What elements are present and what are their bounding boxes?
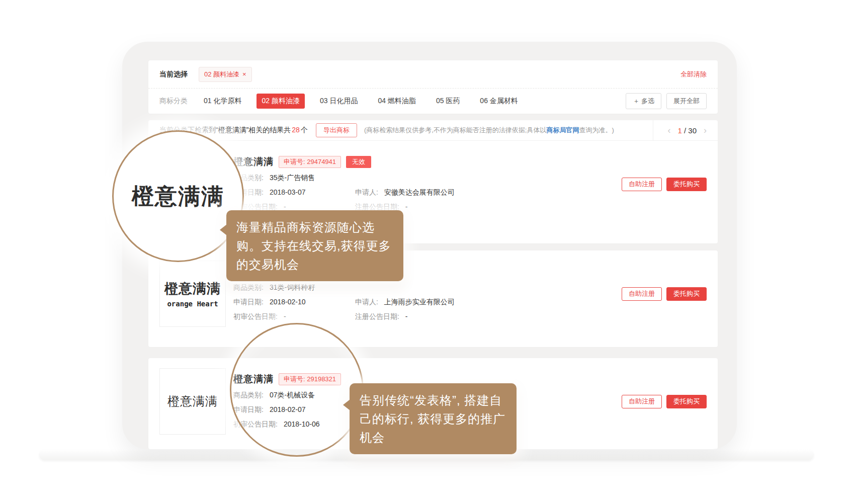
summary-suffix: 个 xyxy=(301,126,308,134)
category-label: 商标分类 xyxy=(159,97,188,106)
row-actions: 自助注册 委托购买 xyxy=(622,178,707,191)
filter-panel: 当前选择 02 颜料油漆 × 全部清除 商标分类 01 化学原料 02 颜料油漆… xyxy=(148,60,718,114)
page: 当前选择 02 颜料油漆 × 全部清除 商标分类 01 化学原料 02 颜料油漆… xyxy=(0,0,853,504)
apply-date-label: 申请日期: xyxy=(233,298,264,306)
current-selection-row: 当前选择 02 颜料油漆 × 全部清除 xyxy=(148,60,718,88)
reg-pub-label: 注册公告日期: xyxy=(355,312,399,320)
selected-filter-chip-label: 02 颜料油漆 xyxy=(204,70,239,79)
first-pub-value: - xyxy=(284,312,286,320)
first-pub-value: - xyxy=(284,203,286,211)
magnifier-lens-icon: 橙意满满 xyxy=(112,130,244,262)
magnified-trademark-text: 橙意满满 xyxy=(132,182,224,211)
status-badge: 无效 xyxy=(346,156,371,168)
apply-date-value: 2018-02-10 xyxy=(270,298,306,306)
entrust-buy-button[interactable]: 委托购买 xyxy=(666,178,707,191)
export-trademark-button[interactable]: 导出商标 xyxy=(316,123,357,137)
applicant-label: 申请人: xyxy=(355,298,378,306)
page-separator: / xyxy=(684,126,686,135)
trademark-office-link[interactable]: 商标局官网 xyxy=(546,126,579,134)
trademark-image-text: 橙意满满 xyxy=(164,280,221,298)
category-item-06[interactable]: 06 金属材料 xyxy=(475,94,523,109)
self-register-button[interactable]: 自助注册 xyxy=(622,178,662,191)
reg-pub-value: - xyxy=(405,312,408,320)
disclaimer-post: 查询为准。) xyxy=(579,126,614,134)
disclaimer-text: (商标检索结果仅供参考,不作为商标能否注册的法律依据;具体以商标局官网查询为准。… xyxy=(364,126,653,135)
clear-all-button[interactable]: 全部清除 xyxy=(680,70,707,79)
category-field-value: 31类-饲料种籽 xyxy=(270,283,315,291)
category-field-value: 35类-广告销售 xyxy=(270,174,315,182)
next-page-icon[interactable]: › xyxy=(702,125,709,136)
trademark-details: 橙意满满 申请号: 29474941 无效 商品类别:35类-广告销售 申请日期… xyxy=(233,151,475,217)
current-selection-label: 当前选择 xyxy=(159,70,188,79)
selected-filter-chip[interactable]: 02 颜料油漆 × xyxy=(199,67,252,82)
trademark-name: 橙意满满 xyxy=(233,155,274,169)
entrust-buy-button[interactable]: 委托购买 xyxy=(666,395,707,408)
category-item-02-active[interactable]: 02 颜料油漆 xyxy=(257,94,304,109)
disclaimer-pre: (商标检索结果仅供参考,不作为商标能否注册的法律依据;具体以 xyxy=(364,126,547,134)
apply-date-value: 2018-03-07 xyxy=(270,188,306,196)
pagination: ‹ 1 / 30 › xyxy=(653,120,718,140)
expand-all-button[interactable]: 展开全部 xyxy=(666,93,707,109)
self-register-button[interactable]: 自助注册 xyxy=(622,395,662,408)
trademark-image: 橙意满满 orange Heart xyxy=(159,261,226,327)
application-number-tag: 申请号: 29474941 xyxy=(279,156,341,168)
trademark-image-text: 橙意满满 xyxy=(167,393,218,409)
row-actions: 自助注册 委托购买 xyxy=(622,395,707,408)
tooltip-trademark-resources: 海量精品商标资源随心选购。支持在线交易,获得更多的交易机会 xyxy=(226,210,403,281)
category-item-03[interactable]: 03 日化用品 xyxy=(315,94,363,109)
category-field-label: 商品类别: xyxy=(233,283,264,291)
total-pages: 30 xyxy=(688,126,697,135)
results-header: 当前分类下检索到“橙意满满”相关的结果共28个 导出商标 (商标检索结果仅供参考… xyxy=(148,120,718,141)
first-pub-label: 初审公告日期: xyxy=(233,312,278,320)
filter-buttons: ＋ 多选 展开全部 xyxy=(626,93,707,109)
self-register-button[interactable]: 自助注册 xyxy=(622,287,662,301)
category-item-04[interactable]: 04 燃料油脂 xyxy=(373,94,420,109)
category-item-05[interactable]: 05 医药 xyxy=(431,94,465,109)
trademark-image-subtext: orange Heart xyxy=(167,300,218,308)
entrust-buy-button[interactable]: 委托购买 xyxy=(666,287,707,301)
multi-select-button[interactable]: ＋ 多选 xyxy=(626,93,661,109)
reg-pub-label: 注册公告日期: xyxy=(355,203,399,211)
prev-page-icon[interactable]: ‹ xyxy=(665,125,672,136)
trademark-image: 橙意满满 xyxy=(159,368,226,435)
reg-pub-value: - xyxy=(405,203,408,211)
category-row: 商标分类 01 化学原料 02 颜料油漆 03 日化用品 04 燃料油脂 05 … xyxy=(148,88,718,114)
applicant-label: 申请人: xyxy=(355,188,378,196)
results-count: 28 xyxy=(292,126,300,134)
applicant-value: 安徽美达会展有限公司 xyxy=(384,188,455,196)
category-list: 01 化学原料 02 颜料油漆 03 日化用品 04 燃料油脂 05 医药 06… xyxy=(199,94,529,109)
current-page: 1 xyxy=(677,126,681,135)
close-icon[interactable]: × xyxy=(242,71,246,77)
row-actions: 自助注册 委托购买 xyxy=(622,287,707,301)
magnifier-lens-icon xyxy=(230,323,364,457)
tooltip-promotion: 告别传统“发表格”, 搭建自己的标行, 获得更多的推广机会 xyxy=(350,383,517,454)
category-item-01[interactable]: 01 化学原料 xyxy=(199,94,246,109)
applicant-value: 上海雨步实业有限公司 xyxy=(384,298,455,306)
